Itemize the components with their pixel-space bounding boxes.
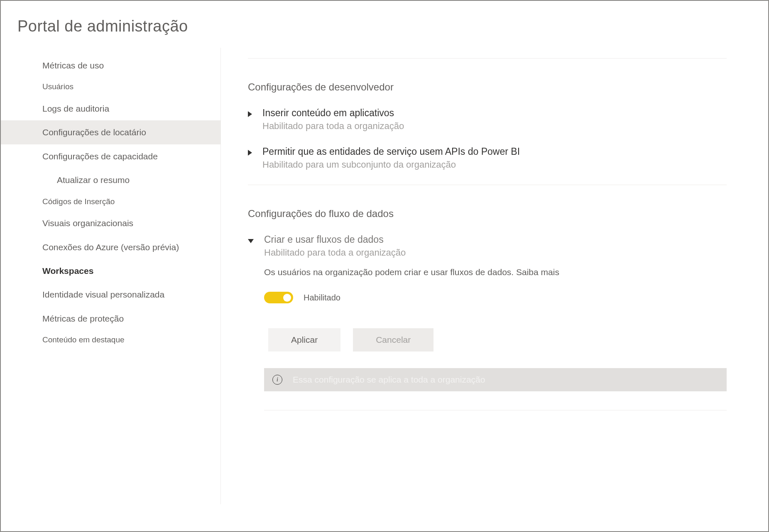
setting-status: Habilitado para toda a organização	[262, 121, 727, 132]
sidebar-item-embed-codes[interactable]: Códigos de Inserção	[1, 192, 220, 212]
setting-content: Permitir que as entidades de serviço use…	[262, 146, 727, 170]
setting-service-principal[interactable]: Permitir que as entidades de serviço use…	[248, 146, 727, 170]
setting-status: Habilitado para um subconjunto da organi…	[262, 159, 727, 170]
info-text: Essa configuração se aplica a toda a org…	[293, 375, 485, 385]
chevron-right-icon[interactable]	[248, 111, 252, 117]
button-row: Aplicar Cancelar	[268, 328, 727, 351]
setting-create-dataflows: Criar e usar fluxos de dados Habilitado …	[248, 234, 727, 410]
learn-more-link[interactable]: Saiba mais	[516, 267, 559, 277]
sidebar-item-capacity-settings[interactable]: Configurações de capacidade	[1, 144, 220, 168]
setting-name: Permitir que as entidades de serviço use…	[262, 146, 727, 157]
info-icon: i	[272, 375, 282, 385]
sidebar-item-workspaces[interactable]: Workspaces	[1, 259, 220, 283]
toggle-knob	[283, 294, 291, 302]
setting-description: Os usuários na organização podem criar e…	[264, 267, 727, 277]
chevron-down-icon[interactable]	[248, 239, 254, 243]
main-content: Configurações de desenvolvedor Inserir c…	[221, 48, 752, 504]
sidebar-item-metrics[interactable]: Métricas de uso	[1, 54, 220, 77]
page-title: Portal de administração	[1, 1, 768, 48]
toggle-row: Habilitado	[264, 292, 727, 303]
sidebar-item-tenant-settings[interactable]: Configurações de locatário	[1, 120, 220, 144]
sidebar-item-users[interactable]: Usuários	[1, 77, 220, 97]
sidebar-item-protection-metrics[interactable]: Métricas de proteção	[1, 307, 220, 330]
chevron-right-icon[interactable]	[248, 150, 252, 156]
sidebar-item-audit-logs[interactable]: Logs de auditoria	[1, 97, 220, 120]
info-banner: i Essa configuração se aplica a toda a o…	[264, 368, 727, 391]
setting-content: Criar e usar fluxos de dados Habilitado …	[264, 234, 727, 410]
developer-settings-title: Configurações de desenvolvedor	[248, 81, 727, 93]
layout-container: Métricas de uso Usuários Logs de auditor…	[1, 48, 768, 504]
sidebar-item-featured-content[interactable]: Conteúdo em destaque	[1, 330, 220, 350]
sidebar: Métricas de uso Usuários Logs de auditor…	[1, 48, 221, 504]
setting-name: Inserir conteúdo em aplicativos	[262, 107, 727, 119]
apply-button[interactable]: Aplicar	[268, 328, 340, 351]
setting-status: Habilitado para toda a organização	[264, 247, 727, 258]
sidebar-item-update-summary[interactable]: Atualizar o resumo	[1, 168, 220, 192]
dataflow-settings-title: Configurações do fluxo de dados	[248, 208, 727, 220]
setting-content: Inserir conteúdo em aplicativos Habilita…	[262, 107, 727, 132]
sidebar-item-org-visuals[interactable]: Visuais organizacionais	[1, 211, 220, 235]
divider	[264, 410, 727, 410]
sidebar-item-custom-branding[interactable]: Identidade visual personalizada	[1, 283, 220, 306]
divider	[248, 185, 727, 185]
setting-embed-content[interactable]: Inserir conteúdo em aplicativos Habilita…	[248, 107, 727, 132]
sidebar-item-azure-connections[interactable]: Conexões do Azure (versão prévia)	[1, 235, 220, 259]
toggle-label: Habilitado	[304, 293, 340, 303]
cancel-button[interactable]: Cancelar	[353, 328, 433, 351]
setting-name: Criar e usar fluxos de dados	[264, 234, 727, 245]
enabled-toggle[interactable]	[264, 292, 293, 303]
divider	[248, 58, 727, 59]
